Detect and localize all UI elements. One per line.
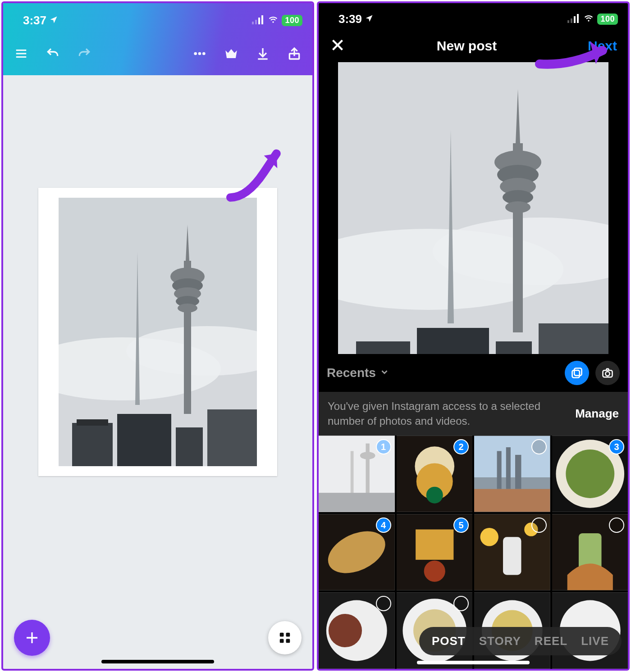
cellular-icon [252, 14, 265, 27]
instagram-new-post-screen: 3:39 100 New post Next [317, 1, 630, 671]
svg-rect-31 [286, 639, 290, 643]
svg-rect-1 [255, 20, 257, 24]
svg-rect-69 [474, 489, 550, 512]
svg-rect-50 [539, 323, 608, 354]
svg-rect-52 [572, 370, 580, 377]
chevron-down-icon [380, 366, 389, 380]
status-bar: 3:37 100 [3, 3, 312, 32]
location-icon [365, 12, 374, 26]
selection-badge [376, 596, 391, 611]
svg-rect-24 [207, 409, 257, 466]
selection-badge [609, 518, 624, 533]
selection-badge: 3 [609, 439, 624, 454]
add-button[interactable] [14, 620, 50, 656]
mode-post[interactable]: POST [432, 634, 466, 648]
selection-badge [531, 518, 547, 533]
svg-point-86 [329, 614, 362, 647]
svg-rect-38 [338, 62, 608, 354]
pages-button[interactable] [268, 621, 302, 654]
svg-point-46 [505, 201, 530, 213]
grid-thumb[interactable] [474, 436, 550, 512]
annotation-arrow-icon [535, 39, 621, 71]
svg-rect-76 [416, 529, 453, 559]
selection-badge: 2 [453, 439, 469, 454]
svg-rect-49 [496, 341, 532, 354]
selection-badge: 1 [376, 439, 391, 454]
status-bar: 3:39 100 [319, 3, 628, 30]
home-indicator[interactable] [417, 661, 530, 664]
location-icon [49, 14, 58, 27]
limited-access-bar: You've given Instagram access to a selec… [319, 392, 628, 436]
svg-rect-68 [515, 455, 521, 489]
svg-rect-29 [286, 633, 290, 637]
post-mode-selector[interactable]: POST STORY REEL LIVE [419, 627, 622, 655]
grid-thumb[interactable] [474, 514, 550, 590]
grid-thumb[interactable]: 5 [397, 514, 473, 590]
svg-point-79 [480, 528, 498, 546]
album-picker[interactable]: Recents [327, 366, 389, 380]
svg-point-77 [424, 561, 445, 582]
camera-button[interactable] [595, 361, 620, 385]
grid-thumb[interactable]: 4 [319, 514, 395, 590]
undo-icon[interactable] [44, 45, 62, 63]
selection-badge: 5 [453, 518, 469, 533]
canva-toolbar [3, 32, 312, 75]
mode-live[interactable]: LIVE [581, 634, 609, 648]
annotation-arrow-icon [219, 147, 292, 206]
svg-rect-2 [258, 18, 260, 24]
mode-reel[interactable]: REEL [535, 634, 567, 648]
close-icon[interactable] [329, 37, 346, 55]
share-icon[interactable] [285, 45, 303, 63]
home-indicator[interactable] [101, 660, 214, 663]
svg-rect-22 [117, 414, 171, 466]
redo-icon[interactable] [75, 45, 93, 63]
selection-badge: 4 [376, 518, 391, 533]
canvas-document[interactable] [38, 188, 277, 476]
canva-editor-screen: 3:37 100 [1, 1, 314, 671]
access-message: You've given Instagram access to a selec… [328, 399, 553, 428]
svg-rect-59 [319, 493, 395, 512]
svg-rect-25 [77, 419, 108, 426]
grid-thumb[interactable]: 3 [552, 436, 628, 512]
svg-point-20 [178, 304, 197, 313]
multi-select-button[interactable] [565, 361, 589, 385]
crown-icon[interactable] [222, 45, 240, 63]
status-time: 3:39 [338, 12, 362, 26]
svg-rect-67 [506, 447, 511, 489]
grid-thumb[interactable] [552, 514, 628, 590]
svg-point-58 [360, 452, 375, 459]
manage-button[interactable]: Manage [575, 406, 619, 422]
svg-rect-48 [417, 328, 489, 354]
grid-thumb[interactable] [319, 592, 395, 669]
svg-point-9 [202, 52, 206, 55]
battery-badge: 100 [282, 15, 302, 26]
svg-rect-28 [280, 633, 284, 637]
svg-rect-51 [574, 368, 581, 375]
svg-point-7 [194, 52, 197, 55]
canva-bottom-controls [3, 618, 312, 658]
tower-photo-preview [59, 198, 257, 466]
selection-badge [453, 596, 469, 611]
grid-thumb[interactable]: 1 [319, 436, 395, 512]
svg-point-72 [566, 450, 614, 498]
more-icon[interactable] [191, 45, 209, 63]
photo-preview[interactable] [319, 62, 628, 354]
grid-thumb[interactable]: 2 [397, 436, 473, 512]
photo-grid: 1 2 3 4 5 [319, 436, 628, 669]
canva-top-bar: 3:37 100 [3, 3, 312, 75]
svg-rect-66 [497, 451, 502, 489]
download-icon[interactable] [254, 45, 272, 63]
svg-point-63 [426, 487, 443, 504]
album-label: Recents [327, 366, 376, 380]
hamburger-icon[interactable] [12, 45, 30, 63]
svg-rect-57 [366, 444, 369, 504]
svg-rect-3 [261, 15, 263, 24]
mode-story[interactable]: STORY [479, 634, 521, 648]
svg-point-8 [198, 52, 201, 55]
svg-rect-21 [72, 423, 113, 466]
svg-rect-34 [574, 16, 576, 23]
wifi-icon [267, 14, 279, 27]
canvas-area [3, 75, 312, 669]
status-time: 3:37 [23, 14, 46, 27]
svg-rect-33 [571, 18, 572, 23]
